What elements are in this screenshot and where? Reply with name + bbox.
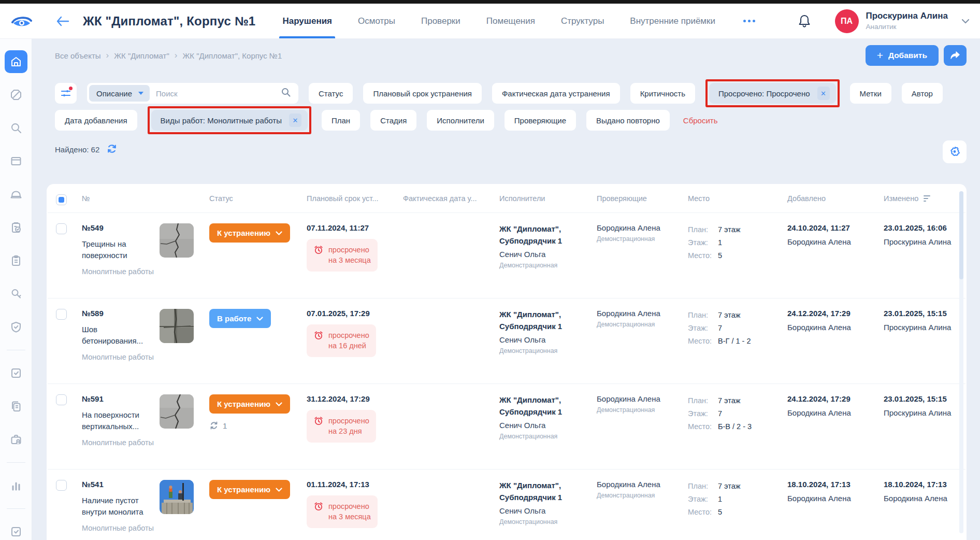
- column-header-status[interactable]: Статус: [209, 194, 307, 203]
- violation-photo-crack[interactable]: [160, 223, 194, 258]
- sidebar-item-card-panel-icon[interactable]: [5, 150, 27, 173]
- sidebar-item-hardhat-icon[interactable]: [5, 183, 27, 206]
- status-label: В работе: [217, 314, 251, 323]
- violation-number[interactable]: №589: [82, 309, 160, 318]
- status-dropdown-button[interactable]: К устранению: [209, 223, 290, 243]
- sidebar-item-clipboard-list-icon[interactable]: [5, 249, 27, 272]
- share-button[interactable]: [944, 45, 967, 66]
- column-header-planned[interactable]: Плановый срок уст...: [307, 194, 403, 203]
- user-avatar[interactable]: ПА: [835, 9, 859, 33]
- row-checkbox[interactable]: [56, 480, 67, 491]
- column-header-actual[interactable]: Фактическая дата у...: [403, 194, 499, 203]
- more-tabs-ellipsis-icon[interactable]: [739, 16, 759, 26]
- user-role: Аналитик: [866, 23, 948, 32]
- sidebar-item-bar-chart-icon[interactable]: [5, 474, 27, 497]
- table-row[interactable]: №591 На поверхности вертикальных... Моно…: [48, 383, 965, 469]
- breadcrumb-building[interactable]: ЖК "Дипломат", Корпус №1: [182, 51, 282, 60]
- search-input[interactable]: [150, 89, 281, 98]
- active-filter-chip-worktype[interactable]: Виды работ: Монолитные работы: [151, 110, 308, 131]
- table-row[interactable]: №549 Трещины на поверхности Монолитные р…: [48, 212, 965, 298]
- violation-number[interactable]: №591: [82, 394, 160, 403]
- breadcrumb-complex[interactable]: ЖК "Дипломат": [114, 51, 169, 60]
- back-button[interactable]: [54, 12, 71, 30]
- sort-descending-icon[interactable]: [924, 195, 930, 202]
- app-eye-logo[interactable]: [11, 14, 32, 29]
- violation-title[interactable]: Трещины на поверхности: [82, 238, 160, 261]
- breadcrumb-all-objects[interactable]: Все объекты: [55, 51, 101, 60]
- status-dropdown-button[interactable]: К устранению: [209, 480, 290, 499]
- column-header-number[interactable]: №: [82, 194, 160, 203]
- active-filter-chip-worktype-label: Виды работ: Монолитные работы: [161, 116, 282, 125]
- refresh-icon[interactable]: [107, 144, 117, 155]
- violation-title[interactable]: Шов бетонирования...: [82, 324, 160, 347]
- violation-title[interactable]: На поверхности вертикальных...: [82, 409, 160, 432]
- sidebar-item-key-icon[interactable]: [5, 282, 27, 305]
- tab-premises[interactable]: Помещения: [486, 4, 535, 38]
- tab-violations[interactable]: Нарушения: [282, 4, 332, 38]
- sidebar-item-inspection-check-icon[interactable]: [5, 216, 27, 239]
- changed-by: Проскурина Алина: [884, 323, 957, 332]
- sidebar-item-task-check-icon[interactable]: [5, 362, 27, 385]
- sidebar-item-search-icon[interactable]: [5, 117, 27, 139]
- table-row[interactable]: №589 Шов бетонирования... Монолитные раб…: [48, 298, 965, 383]
- sidebar-item-briefcase-user-icon[interactable]: [5, 428, 27, 451]
- sidebar-item-task-check-2-icon[interactable]: [5, 520, 27, 540]
- sidebar-item-home[interactable]: [5, 50, 27, 73]
- filter-planned-date-button[interactable]: Плановый срок устранения: [363, 83, 482, 104]
- filter-actual-date-button[interactable]: Фактическая дата устранения: [492, 83, 620, 104]
- column-header-added[interactable]: Добавлено: [787, 194, 884, 203]
- column-header-reviewers[interactable]: Проверяющие: [597, 194, 688, 203]
- violation-photo-concrete-joint[interactable]: [160, 309, 194, 343]
- user-menu-chevron-down-icon[interactable]: [961, 17, 970, 26]
- violation-photo-workers[interactable]: [160, 480, 194, 514]
- table-scrollbar-thumb[interactable]: [959, 191, 963, 279]
- filter-plan-button[interactable]: План: [322, 110, 360, 131]
- violation-number[interactable]: №541: [82, 480, 160, 489]
- row-checkbox[interactable]: [56, 394, 67, 405]
- table-settings-gear-icon[interactable]: [943, 140, 967, 163]
- filter-sliders-icon[interactable]: [55, 83, 77, 104]
- status-dropdown-button[interactable]: К устранению: [209, 394, 290, 414]
- filter-criticality-button[interactable]: Критичность: [630, 83, 695, 104]
- search-icon[interactable]: [281, 87, 291, 100]
- active-filter-chip-overdue[interactable]: Просрочено: Просрочено: [709, 83, 836, 104]
- sidebar-item-documents-copy-icon[interactable]: [5, 395, 27, 418]
- sidebar-item-shield-check-icon[interactable]: [5, 316, 27, 338]
- added-by: Бородкина Алена: [787, 237, 884, 246]
- remove-filter-x-icon[interactable]: [817, 87, 830, 100]
- add-button[interactable]: Добавить: [866, 45, 939, 66]
- select-all-checkbox[interactable]: [56, 194, 67, 205]
- sidebar-item-restrictions-block-icon[interactable]: [5, 83, 27, 106]
- row-checkbox[interactable]: [56, 309, 67, 320]
- reset-filters-button[interactable]: Сбросить: [683, 116, 718, 125]
- filter-executors-button[interactable]: Исполнители: [427, 110, 494, 131]
- filter-date-added-button[interactable]: Дата добавления: [55, 110, 137, 131]
- tab-inspections[interactable]: Осмотры: [358, 4, 395, 38]
- violation-number[interactable]: №549: [82, 223, 160, 232]
- status-dropdown-button[interactable]: В работе: [209, 309, 271, 328]
- filter-stage-button[interactable]: Стадия: [370, 110, 416, 131]
- tab-structures[interactable]: Структуры: [561, 4, 604, 38]
- violation-photo-crack[interactable]: [160, 394, 194, 429]
- table-row[interactable]: №541 Наличие пустот внутри монолита Моно…: [48, 469, 965, 540]
- place-plan-value: 7 этаж: [718, 396, 787, 405]
- row-checkbox[interactable]: [56, 223, 67, 234]
- executor-note: Демонстрационная: [499, 262, 597, 269]
- tab-checks[interactable]: Проверки: [421, 4, 460, 38]
- search-category-dropdown[interactable]: Описание: [89, 85, 150, 102]
- column-header-changed[interactable]: Изменено: [884, 194, 918, 203]
- place-floor-label: Этаж:: [688, 324, 718, 332]
- filter-author-button[interactable]: Автор: [902, 83, 943, 104]
- filter-labels-button[interactable]: Метки: [850, 83, 891, 104]
- tab-internal-acceptances[interactable]: Внутренние приёмки: [630, 4, 715, 38]
- filter-reissued-button[interactable]: Выдано повторно: [586, 110, 670, 131]
- violation-title[interactable]: Наличие пустот внутри монолита: [82, 495, 160, 518]
- column-header-place[interactable]: Место: [688, 194, 787, 203]
- user-info[interactable]: Проскурина Алина Аналитик: [866, 10, 948, 31]
- notifications-bell-icon[interactable]: [797, 13, 812, 29]
- remove-filter-x-icon[interactable]: [289, 113, 301, 127]
- filter-reviewers-button[interactable]: Проверяющие: [505, 110, 576, 131]
- column-header-executors[interactable]: Исполнители: [499, 194, 597, 203]
- filter-status-button[interactable]: Статус: [309, 83, 353, 104]
- reviewer-name: Бородкина Алена: [597, 223, 688, 232]
